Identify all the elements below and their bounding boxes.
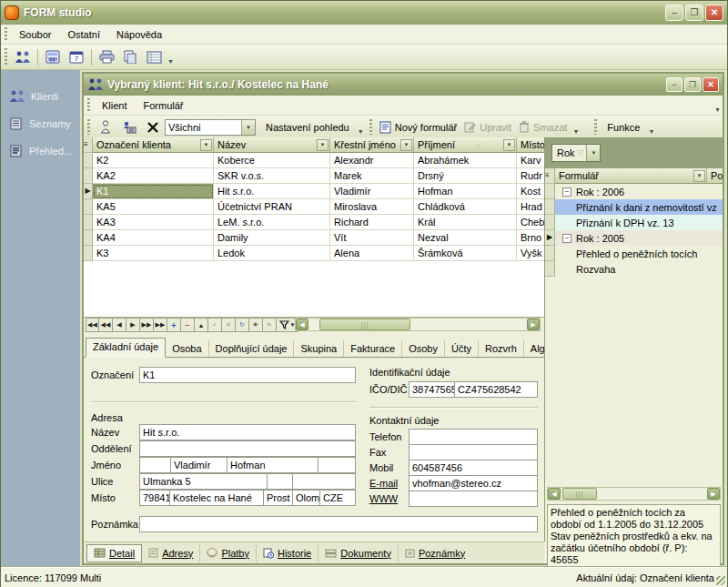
group-by-rok-button[interactable]: Rok ▽ ▼ <box>551 144 601 162</box>
sidebar-item-klienti[interactable]: Klienti <box>1 83 80 110</box>
cell-nazev[interactable]: SKR v.o.s. <box>214 168 330 184</box>
column-header-misto[interactable]: Místo <box>517 137 546 153</box>
minimize-button[interactable]: – <box>665 5 683 21</box>
client-window-titlebar[interactable]: Vybraný klient: Hit s.r.o./ Kostelec na … <box>84 74 723 96</box>
nav-cancel-button[interactable]: ✕ <box>222 318 236 332</box>
view-filter-combobox[interactable]: Všichni ▼ <box>165 119 256 136</box>
cell-oznaceni[interactable]: KA4 <box>93 230 214 246</box>
cell-nazev[interactable]: Účetnictví PRAN <box>214 199 330 215</box>
email-field[interactable]: vhofman@stereo.cz <box>409 475 538 491</box>
grid-corner-button[interactable]: ≡ <box>545 168 555 184</box>
scroll-left-icon[interactable]: ◀ <box>296 319 308 330</box>
menu-overflow-button[interactable]: ▼ <box>713 96 723 115</box>
column-header-formular[interactable]: Formulář ▼ <box>555 168 707 184</box>
oznaceni-field[interactable]: K1 <box>139 367 356 383</box>
cell-nazev[interactable]: LeM. s.r.o. <box>214 215 330 230</box>
mesto-field[interactable]: Kostelec na Hané <box>169 490 264 506</box>
tree-item-row-selected[interactable]: Přiznání k dani z nemovitostí vz <box>545 199 723 215</box>
grid-corner-button[interactable]: ≡ <box>84 137 93 153</box>
cell-misto[interactable]: Cheb <box>517 215 546 230</box>
column-filter-dropdown[interactable]: ▼ <box>503 139 515 151</box>
nav-prior-button[interactable]: ◀ <box>113 318 126 332</box>
tree-item-row[interactable]: Přehled o peněžních tocích <box>545 246 723 261</box>
tab-osoby[interactable]: Osoby <box>402 340 445 357</box>
group1-overflow-button[interactable]: ▼ <box>356 118 366 137</box>
cell-prijmeni[interactable]: Král <box>414 215 517 230</box>
cell-prijmeni[interactable]: Abrahámek <box>414 153 517 168</box>
column-header-poznamka[interactable]: Poz <box>707 168 723 184</box>
tab-skupina[interactable]: Skupina <box>294 340 344 357</box>
maximize-button[interactable]: ❐ <box>685 5 703 21</box>
menu-grip[interactable] <box>86 98 91 112</box>
toolbar-grip[interactable] <box>593 119 598 136</box>
oddeleni-field[interactable] <box>139 440 356 457</box>
toolbar-grip[interactable] <box>4 48 8 66</box>
nav-insert-button[interactable]: + <box>167 318 181 332</box>
cell-krestni[interactable]: Alexandr <box>330 153 414 168</box>
nav-fast-prior-button[interactable]: ◀◀ <box>99 318 113 332</box>
chevron-down-icon[interactable]: ▼ <box>586 145 600 161</box>
client-maximize-button[interactable]: ❐ <box>684 77 701 92</box>
cell-misto[interactable]: Karv <box>517 153 546 168</box>
psc-field[interactable]: 79841 <box>139 490 170 506</box>
cell-nazev[interactable]: Damily <box>214 230 330 246</box>
nav-post-button[interactable]: ✓ <box>208 318 222 332</box>
cp-field[interactable] <box>267 473 293 490</box>
column-header-oznaceni[interactable]: Označení klienta ▼ <box>93 137 214 153</box>
sidebar-item-prehled[interactable]: Přehled... <box>1 137 80 165</box>
print-button[interactable] <box>96 47 117 67</box>
tree-item-label[interactable]: Přiznání k DPH vz. 13 <box>555 215 723 230</box>
cell-oznaceni[interactable]: KA5 <box>93 199 214 215</box>
client-minimize-button[interactable]: – <box>666 77 682 92</box>
column-filter-dropdown[interactable]: ▼ <box>400 139 412 151</box>
telefon-field[interactable] <box>409 429 538 445</box>
poznamka-field[interactable] <box>139 516 538 532</box>
nav-refresh-button[interactable]: ↻ <box>236 318 249 332</box>
table-row[interactable]: K2 Koberce Alexandr Abrahámek Karv <box>84 153 546 168</box>
nav-last-button[interactable]: ▶▶ <box>154 318 167 332</box>
menu-soubor[interactable]: Soubor <box>11 26 59 43</box>
functions-button[interactable]: Funkce <box>601 118 646 137</box>
nav-delete-button[interactable]: − <box>181 318 195 332</box>
cell-nazev[interactable]: Ledok <box>214 246 330 261</box>
tab-doplnujici-udaje[interactable]: Doplňující údaje <box>209 340 295 357</box>
table-row[interactable]: KA5 Účetnictví PRAN Miroslava Chládková … <box>84 199 546 215</box>
tree-item-row[interactable]: Rozvaha <box>545 261 723 277</box>
titul2-field[interactable] <box>318 457 356 473</box>
scrollbar-thumb[interactable]: ||| <box>562 488 597 500</box>
resize-grip[interactable] <box>716 576 725 585</box>
chevron-down-icon[interactable]: ▼ <box>241 120 255 135</box>
table-row-selected[interactable]: ▶ K1 Hit s.r.o. Vladimír Hofman Kost <box>84 184 546 199</box>
scroll-right-icon[interactable]: ▶ <box>527 319 540 330</box>
cell-prijmeni[interactable]: Nezval <box>414 230 517 246</box>
cell-nazev[interactable]: Hit s.r.o. <box>214 184 330 199</box>
krestni-field[interactable]: Vladimír <box>170 457 228 473</box>
column-filter-dropdown[interactable]: ▼ <box>200 139 212 151</box>
nav-next-button[interactable]: ▶ <box>126 318 140 332</box>
www-label[interactable]: WWW <box>369 493 398 504</box>
nav-first-button[interactable]: ◀◀ <box>86 318 99 332</box>
tab-fakturace[interactable]: Fakturace <box>344 340 402 357</box>
cell-krestni[interactable]: Vladimír <box>330 184 414 199</box>
clients-button[interactable] <box>12 47 34 67</box>
list-button[interactable] <box>143 47 165 67</box>
table-row[interactable]: KA3 LeM. s.r.o. Richard Král Cheb <box>84 215 546 230</box>
menu-napoveda[interactable]: Nápověda <box>108 26 170 43</box>
forms-horizontal-scrollbar[interactable]: ◀ ||| ▶ <box>547 487 721 501</box>
scroll-left-icon[interactable]: ◀ <box>548 488 561 500</box>
column-header-krestni[interactable]: Křestní jméno ▼ <box>330 137 414 153</box>
tree-group-row[interactable]: − Rok : 2006 <box>545 184 723 199</box>
ulice-field[interactable]: Ulmanka 5 <box>139 473 268 490</box>
tab-rozvrh[interactable]: Rozvrh <box>479 340 524 357</box>
menu-ostatni[interactable]: Ostatní <box>59 26 107 43</box>
nav-bookmark-button[interactable]: ✳ <box>249 318 263 332</box>
email-label[interactable]: E-mail <box>369 478 398 489</box>
table-row[interactable]: K3 Ledok Alena Šrámková Vyšk <box>84 246 546 261</box>
cell-nazev[interactable]: Koberce <box>214 153 330 168</box>
menu-klient[interactable]: Klient <box>94 97 136 114</box>
cell-oznaceni[interactable]: K2 <box>93 153 214 168</box>
calculator-button[interactable] <box>42 47 64 67</box>
tab-historie[interactable]: Historie <box>257 544 318 562</box>
dic-field[interactable]: CZ475628542 <box>454 381 538 398</box>
titlebar[interactable]: FORM studio – ❐ ✕ <box>1 1 727 25</box>
